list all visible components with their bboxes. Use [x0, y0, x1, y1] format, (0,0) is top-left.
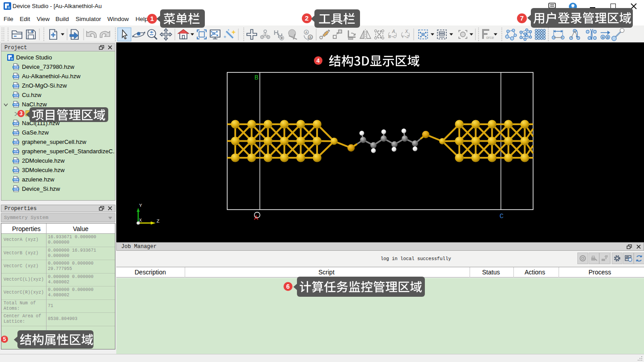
svg-text:HZW: HZW [13, 169, 18, 172]
svg-text:A: A [305, 31, 308, 34]
svg-text:A: A [392, 29, 395, 34]
svg-text:X: X [405, 29, 408, 34]
svg-text:B: B [309, 36, 312, 39]
svg-text:orce: orce [486, 35, 494, 40]
svg-text:HZW: HZW [13, 179, 18, 181]
svg-text:HZW: HZW [13, 160, 18, 162]
svg-text:HZW: HZW [13, 151, 18, 153]
svg-text:X: X [139, 218, 142, 223]
svg-text:Z: Z [157, 219, 160, 224]
svg-text:HZW: HZW [13, 122, 18, 125]
svg-text:HZW: HZW [13, 66, 18, 68]
svg-text:HZW: HZW [13, 76, 18, 78]
svg-text:HZW: HZW [13, 85, 18, 87]
svg-text:HZW: HZW [13, 104, 18, 106]
svg-text:HZW: HZW [13, 94, 18, 97]
svg-text:HZW: HZW [13, 141, 18, 143]
svg-text:B: B [254, 74, 258, 81]
svg-text:A: A [602, 36, 604, 39]
svg-text:HZW: HZW [13, 188, 18, 190]
svg-text:B~C: B~C [388, 34, 396, 39]
svg-text:Y~Z: Y~Z [402, 34, 409, 39]
svg-text:C: C [500, 213, 504, 220]
svg-text:B: B [607, 36, 609, 39]
svg-text:Y: Y [139, 203, 142, 208]
svg-text:HZW: HZW [13, 132, 18, 134]
